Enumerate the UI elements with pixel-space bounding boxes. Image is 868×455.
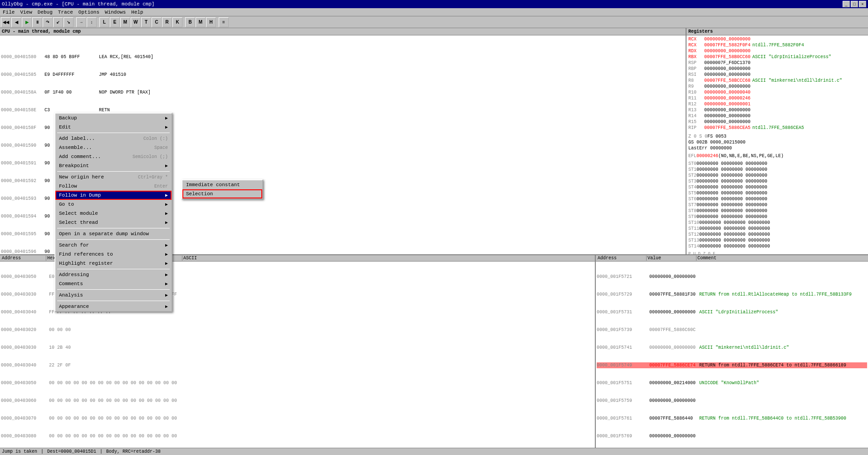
ctx-analysis-arrow: ▶ — [165, 292, 168, 298]
ctx-new-origin[interactable]: New origin here Ctrl+Gray * — [55, 173, 172, 182]
ctx-sep-5 — [57, 269, 170, 269]
tb-L[interactable]: L — [99, 17, 109, 27]
ctx-backup-arrow: ▶ — [165, 115, 168, 121]
ctx-select-module-arrow: ▶ — [165, 211, 168, 216]
ctx-sep-1 — [57, 133, 170, 133]
menu-trace[interactable]: Trace — [55, 9, 76, 15]
code-line[interactable]: 0000_0040158A 0F 1F40 00 NOP DWORD PTR [… — [1, 89, 685, 95]
toolbar: ◀◀ ◀ ▶ ⏸ ↷ ↙ ↘ → ↕ L E M W T C R K B M H… — [0, 16, 868, 28]
ctx-add-comment-label: Add comment... — [59, 154, 101, 159]
tb-step-out[interactable]: ↘ — [64, 17, 74, 27]
minimize-button[interactable]: _ — [843, 1, 850, 7]
ctx-analysis[interactable]: Analysis ▶ — [55, 291, 172, 300]
tb-step-into[interactable]: ↷ — [43, 17, 53, 27]
tb-W[interactable]: W — [131, 17, 141, 27]
status-jump: Jump is taken — [2, 449, 37, 454]
menu-help[interactable]: Help — [128, 9, 146, 15]
tb-K[interactable]: K — [172, 17, 182, 27]
tb-animate2[interactable]: ↕ — [87, 17, 97, 27]
menu-view[interactable]: View — [17, 9, 34, 15]
menu-debug[interactable]: Debug — [35, 9, 55, 15]
tb-pause[interactable]: ⏸ — [32, 17, 42, 27]
submenu-selection[interactable]: Selection — [182, 189, 262, 198]
ctx-breakpoint[interactable]: Breakpoint ▶ — [55, 161, 172, 170]
ctx-go-to-label: Go to — [59, 202, 74, 207]
ctx-appearance-label: Appearance — [59, 304, 89, 309]
ctx-assemble[interactable]: Assemble... Space — [55, 143, 172, 152]
status-sep1: | — [41, 449, 44, 454]
ctx-follow-in-dump-arrow: ▶ — [165, 193, 168, 198]
ctx-highlight-reg[interactable]: Highlight register ▶ — [55, 259, 172, 268]
ctx-open-dump-label: Open in a separate dump window — [59, 231, 149, 237]
menu-file[interactable]: File — [0, 9, 17, 15]
ctx-highlight-reg-label: Highlight register — [59, 261, 113, 266]
code-line[interactable]: 0000_00401580 48 8D 05 B9FF LEA RCX,[REL… — [1, 54, 685, 60]
ctx-edit[interactable]: Edit ▶ — [55, 123, 172, 132]
menu-windows[interactable]: Windows — [102, 9, 128, 15]
tb-M[interactable]: M — [120, 17, 130, 27]
ctx-find-refs[interactable]: Find references to ▶ — [55, 250, 172, 259]
ctx-add-label[interactable]: Add label... Colon (:) — [55, 134, 172, 143]
menu-options[interactable]: Options — [76, 9, 102, 15]
ctx-go-to[interactable]: Go to ▶ — [55, 200, 172, 209]
window-controls: _ □ × — [843, 1, 866, 7]
ctx-edit-label: Edit — [59, 124, 71, 130]
ctx-sep-4 — [57, 239, 170, 240]
tb-animate[interactable]: → — [76, 17, 86, 27]
tb-rewind[interactable]: ◀◀ — [1, 17, 11, 27]
ctx-comments-arrow: ▶ — [165, 281, 168, 287]
tb-menu[interactable]: ≡ — [219, 17, 229, 27]
ctx-follow-in-dump[interactable]: Follow in Dump ▶ — [55, 191, 172, 200]
ctx-assemble-label: Assemble... — [59, 145, 92, 150]
status-body: Body, RRC=retaddr-38 — [106, 449, 161, 454]
ctx-search-for[interactable]: Search for ▶ — [55, 241, 172, 250]
tb-R[interactable]: R — [162, 17, 172, 27]
ctx-new-origin-hotkey: Ctrl+Gray * — [138, 175, 168, 180]
ctx-addressing[interactable]: Addressing ▶ — [55, 270, 172, 279]
context-menu: Backup ▶ Edit ▶ Add label... Colon (:) A… — [54, 113, 172, 312]
tb-step-over[interactable]: ↙ — [53, 17, 63, 27]
restore-button[interactable]: □ — [851, 1, 858, 7]
disasm-header: CPU - main thread, module cmp — [0, 28, 686, 35]
status-dest: Dest=0000_004015D1 — [47, 449, 96, 454]
ctx-breakpoint-arrow: ▶ — [165, 163, 168, 168]
code-line[interactable]: 0000_00401585 E9 D4FFFFFF JMP 401510 — [1, 72, 685, 78]
ctx-find-refs-arrow: ▶ — [165, 252, 168, 257]
ctx-assemble-hotkey: Space — [154, 145, 168, 150]
registers-pane: Registers RCX 00000000_00000000 RCX 0000… — [687, 28, 868, 254]
tb-T[interactable]: T — [141, 17, 151, 27]
stack-pane: Address Value Comment 0000_001F5721 0000… — [596, 255, 868, 455]
tb-run[interactable]: ▶ — [22, 17, 32, 27]
ctx-select-module[interactable]: Select module ▶ — [55, 209, 172, 218]
ctx-breakpoint-label: Breakpoint — [59, 163, 89, 168]
stack-col-header: Address Value Comment — [596, 255, 868, 262]
close-button[interactable]: × — [859, 1, 866, 7]
ctx-edit-arrow: ▶ — [165, 124, 168, 130]
ctx-appearance[interactable]: Appearance ▶ — [55, 302, 172, 311]
ctx-open-dump[interactable]: Open in a separate dump window — [55, 229, 172, 238]
tb-B[interactable]: B — [185, 17, 195, 27]
tb-C[interactable]: C — [152, 17, 162, 27]
submenu-immediate-constant[interactable]: Immediate constant — [182, 180, 262, 189]
ctx-sep-7 — [57, 301, 170, 301]
ctx-comments[interactable]: Comments ▶ — [55, 279, 172, 288]
tb-M2[interactable]: M — [196, 17, 206, 27]
ctx-add-label-text: Add label... — [59, 136, 95, 141]
menu-bar: File View Debug Trace Options Windows He… — [0, 8, 868, 16]
ctx-backup[interactable]: Backup ▶ — [55, 114, 172, 123]
ctx-sep-3 — [57, 228, 170, 228]
ctx-follow-hotkey: Enter — [154, 184, 168, 189]
ctx-analysis-label: Analysis — [59, 292, 83, 298]
ctx-select-module-label: Select module — [59, 211, 98, 216]
ctx-go-to-arrow: ▶ — [165, 202, 168, 207]
ctx-addressing-arrow: ▶ — [165, 272, 168, 277]
ctx-follow[interactable]: Follow Enter — [55, 182, 172, 191]
tb-H[interactable]: H — [206, 17, 216, 27]
ctx-add-comment[interactable]: Add comment... Semicolon (;) — [55, 152, 172, 161]
registers-header: Registers — [687, 28, 868, 35]
ctx-appearance-arrow: ▶ — [165, 304, 168, 309]
ctx-select-thread[interactable]: Select thread ▶ — [55, 218, 172, 227]
tb-E[interactable]: E — [110, 17, 120, 27]
submenu-immediate-constant-label: Immediate constant — [186, 182, 240, 188]
tb-back[interactable]: ◀ — [11, 17, 21, 27]
